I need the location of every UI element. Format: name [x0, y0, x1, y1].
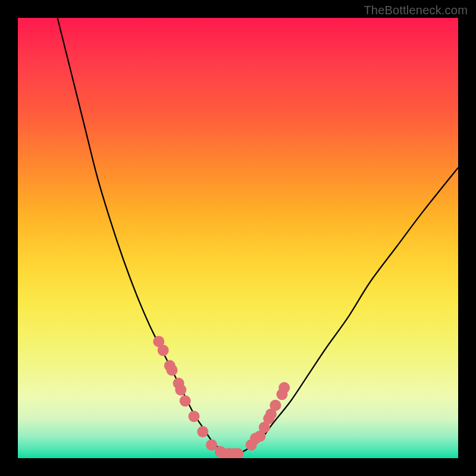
chart-svg	[18, 18, 458, 458]
marker-dot	[167, 365, 178, 376]
marker-dot	[189, 411, 200, 422]
marker-dot	[278, 382, 290, 393]
watermark-text: TheBottleneck.com	[364, 4, 468, 17]
marker-dot	[270, 400, 281, 411]
marker-dot	[197, 426, 208, 437]
marker-dot	[158, 345, 169, 356]
marker-group	[153, 336, 290, 458]
bottleneck-curve	[58, 18, 458, 455]
marker-dot	[180, 395, 191, 406]
chart-container: TheBottleneck.com	[0, 0, 476, 476]
marker-dot	[175, 384, 186, 396]
plot-area	[18, 18, 458, 458]
